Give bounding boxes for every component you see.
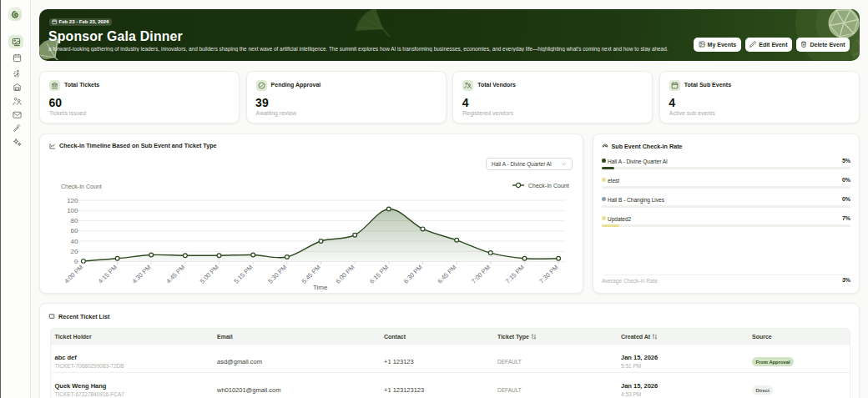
svg-text:6:15 PM: 6:15 PM	[368, 264, 390, 285]
svg-text:6:45 PM: 6:45 PM	[436, 264, 457, 285]
svg-text:6:30 PM: 6:30 PM	[402, 264, 424, 285]
svg-text:4:00 PM: 4:00 PM	[63, 264, 84, 285]
svg-text:40: 40	[71, 238, 78, 245]
svg-text:7:15 PM: 7:15 PM	[504, 264, 526, 285]
svg-text:5:00 PM: 5:00 PM	[199, 264, 220, 285]
svg-text:5:30 PM: 5:30 PM	[266, 264, 288, 285]
svg-text:5:15 PM: 5:15 PM	[232, 264, 254, 285]
svg-text:60: 60	[71, 227, 78, 234]
svg-text:20: 20	[71, 248, 78, 255]
svg-text:80: 80	[71, 217, 78, 224]
svg-text:4:45 PM: 4:45 PM	[164, 264, 186, 285]
svg-text:Check-In Count: Check-In Count	[61, 184, 102, 189]
svg-text:6:00 PM: 6:00 PM	[334, 264, 356, 285]
svg-text:Check-In Count: Check-In Count	[528, 183, 569, 189]
svg-text:7:30 PM: 7:30 PM	[537, 264, 559, 285]
svg-text:4:30 PM: 4:30 PM	[130, 264, 152, 285]
svg-text:5:45 PM: 5:45 PM	[300, 264, 322, 285]
svg-text:7:00 PM: 7:00 PM	[470, 264, 492, 285]
svg-text:Time: Time	[313, 284, 328, 291]
svg-text:4:15 PM: 4:15 PM	[97, 264, 119, 285]
svg-text:120: 120	[67, 197, 78, 204]
svg-text:100: 100	[67, 207, 78, 214]
